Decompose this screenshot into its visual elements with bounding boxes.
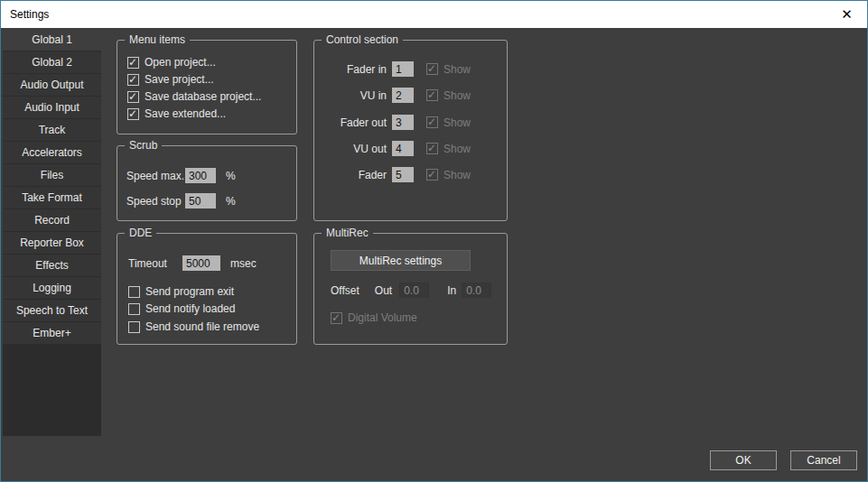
checkbox-save-database-project[interactable]: Save database project... [127,90,261,103]
checkbox-label: Digital Volume [348,311,417,324]
sidebar-item-global-1[interactable]: Global 1 [3,29,101,51]
checkbox-send-sound-file-remove[interactable]: Send sound file remove [128,320,259,333]
timeout-row: Timeout 5000 msec [128,255,291,271]
checkbox-send-program-exit[interactable]: Send program exit [128,285,234,298]
vu-out-row: VU out 4 Show [314,141,504,156]
cancel-button[interactable]: Cancel [790,450,857,470]
checkbox-icon [331,312,342,324]
close-icon[interactable]: ✕ [826,1,867,27]
vu-out-show-checkbox: Show [426,143,471,155]
settings-category-sidebar: Global 1 Global 2 Audio Output Audio Inp… [3,29,101,436]
checkbox-icon [426,63,438,75]
speed-stop-row: Speed stop 50 % [126,193,289,209]
speed-stop-label: Speed stop [126,195,185,208]
fader-row: Fader 5 Show [314,167,504,182]
offset-out-input: 0.0 [399,283,429,298]
sidebar-item-audio-output[interactable]: Audio Output [3,74,101,96]
checkbox-icon [426,143,438,154]
scrub-group-title: Scrub [125,139,162,152]
digital-volume-checkbox: Digital Volume [331,311,417,324]
vu-in-row: VU in 2 Show [314,88,504,103]
multirec-group: MultiRec MultiRec settings Offset Out 0.… [313,233,508,345]
fader-in-label: Fader in [314,63,387,76]
fader-show-checkbox: Show [426,169,471,181]
checkbox-label: Save database project... [145,90,261,103]
sidebar-item-accelerators[interactable]: Accelerators [3,142,101,163]
speed-stop-unit: % [226,195,236,208]
dde-group-title: DDE [125,227,156,239]
sidebar-item-effects[interactable]: Effects [3,255,101,276]
sidebar-item-track[interactable]: Track [3,119,101,141]
multirec-settings-button[interactable]: MultiRec settings [331,250,471,271]
title-bar: Settings ✕ [1,1,867,28]
show-label: Show [443,143,471,155]
sidebar-item-ember[interactable]: Ember+ [3,322,101,344]
checkbox-label: Open project... [145,56,216,69]
control-section-group-title: Control section [322,33,403,46]
vu-out-input[interactable]: 4 [392,141,414,156]
offset-row: Offset Out 0.0 In 0.0 [331,283,502,298]
checkbox-label: Save project... [145,73,214,86]
fader-in-input[interactable]: 1 [392,61,414,77]
offset-in-label: In [447,284,456,297]
vu-in-show-checkbox: Show [426,89,471,102]
window-title: Settings [1,8,49,21]
fader-input[interactable]: 5 [392,167,414,182]
timeout-unit: msec [230,257,257,270]
sidebar-item-speech-to-text[interactable]: Speech to Text [3,300,101,321]
offset-in-input: 0.0 [462,283,491,298]
menu-items-group-title: Menu items [125,33,190,46]
sidebar-item-record[interactable]: Record [3,209,101,231]
show-label: Show [443,89,471,102]
checkbox-label: Send program exit [145,285,234,298]
fader-out-label: Fader out [314,116,387,129]
dialog-body: Global 1 Global 2 Audio Output Audio Inp… [2,28,866,480]
show-label: Show [443,116,471,129]
offset-label: Offset [331,284,359,297]
checkbox-send-notify-loaded[interactable]: Send notify loaded [128,302,235,315]
sidebar-item-global-2[interactable]: Global 2 [3,51,101,73]
checkbox-icon [426,89,438,101]
checkbox-label: Send notify loaded [145,302,235,315]
speed-max-label: Speed max. [126,170,185,182]
checkbox-icon [127,91,139,103]
dde-group: DDE Timeout 5000 msec Send program exit … [117,233,297,345]
sidebar-item-reporter-box[interactable]: Reporter Box [3,232,101,254]
speed-max-unit: % [226,170,236,182]
sidebar-item-take-format[interactable]: Take Format [3,187,101,209]
vu-in-input[interactable]: 2 [392,88,414,103]
menu-items-group: Menu items Open project... Save project.… [117,40,297,134]
sidebar-item-files[interactable]: Files [3,164,101,186]
offset-out-label: Out [375,284,392,297]
fader-out-show-checkbox: Show [426,116,471,129]
checkbox-label: Send sound file remove [145,320,259,333]
checkbox-icon [128,303,140,315]
checkbox-icon [128,321,140,333]
sidebar-item-logging[interactable]: Logging [3,277,101,299]
checkbox-icon [128,286,140,298]
checkbox-open-project[interactable]: Open project... [127,56,216,69]
vu-out-label: VU out [314,143,387,155]
scrub-group: Scrub Speed max. 300 % Speed stop 50 % [117,145,297,221]
settings-dialog: Settings ✕ Global 1 Global 2 Audio Outpu… [0,0,868,482]
fader-out-row: Fader out 3 Show [314,115,504,130]
ok-button[interactable]: OK [710,450,777,470]
fader-label: Fader [314,169,387,181]
checkbox-icon [426,116,438,128]
checkbox-save-project[interactable]: Save project... [127,73,214,86]
control-section-group: Control section Fader in 1 Show VU in 2 … [313,40,508,221]
checkbox-icon [127,74,139,86]
speed-max-row: Speed max. 300 % [126,168,289,183]
speed-stop-input[interactable]: 50 [185,193,216,209]
multirec-group-title: MultiRec [322,227,373,239]
timeout-input[interactable]: 5000 [182,255,220,271]
checkbox-icon [127,57,139,69]
fader-in-show-checkbox: Show [426,63,471,76]
checkbox-save-extended[interactable]: Save extended... [127,107,226,120]
fader-out-input[interactable]: 3 [392,115,414,130]
speed-max-input[interactable]: 300 [185,168,216,183]
show-label: Show [443,63,471,76]
checkbox-label: Save extended... [145,107,226,120]
checkbox-icon [426,169,438,181]
sidebar-item-audio-input[interactable]: Audio Input [3,97,101,118]
